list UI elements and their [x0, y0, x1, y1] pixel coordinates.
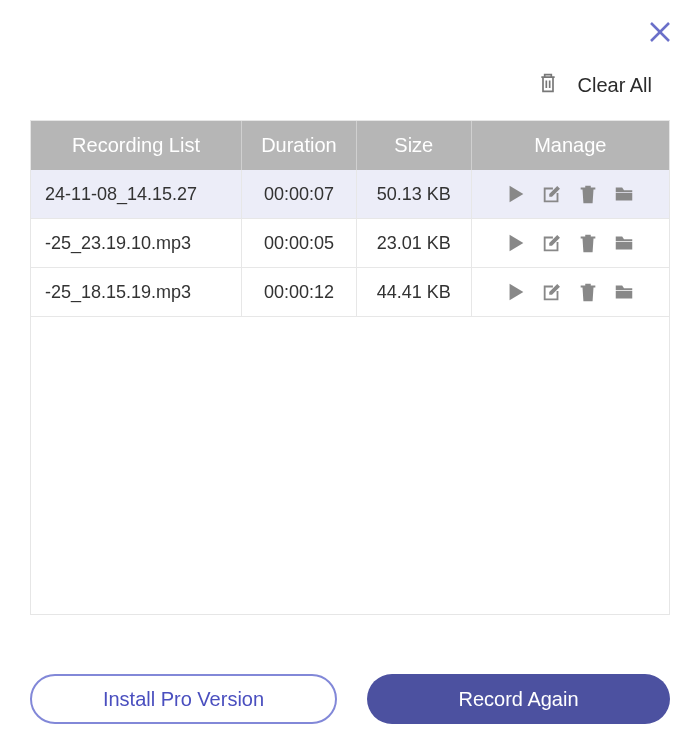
install-pro-button[interactable]: Install Pro Version [30, 674, 337, 724]
table-row[interactable]: -25_18.15.19.mp300:00:1244.41 KB [31, 268, 669, 317]
play-icon[interactable] [505, 232, 527, 254]
cell-size: 50.13 KB [356, 170, 471, 219]
folder-icon[interactable] [613, 232, 635, 254]
cell-size: 23.01 KB [356, 219, 471, 268]
cell-duration: 00:00:07 [242, 170, 357, 219]
cell-size: 44.41 KB [356, 268, 471, 317]
record-again-button[interactable]: Record Again [367, 674, 670, 724]
edit-icon[interactable] [541, 183, 563, 205]
recording-panel: Recording List Duration Size Manage 24-1… [30, 120, 670, 615]
col-header-duration: Duration [242, 121, 357, 170]
edit-icon[interactable] [541, 281, 563, 303]
delete-icon[interactable] [577, 232, 599, 254]
col-header-manage: Manage [471, 121, 669, 170]
cell-name: -25_18.15.19.mp3 [31, 268, 242, 317]
play-icon[interactable] [505, 183, 527, 205]
col-header-size: Size [356, 121, 471, 170]
cell-name: 24-11-08_14.15.27 [31, 170, 242, 219]
delete-icon[interactable] [577, 183, 599, 205]
cell-duration: 00:00:12 [242, 268, 357, 317]
trash-icon [538, 72, 558, 98]
close-icon [648, 30, 672, 47]
play-icon[interactable] [505, 281, 527, 303]
cell-name: -25_23.19.10.mp3 [31, 219, 242, 268]
delete-icon[interactable] [577, 281, 599, 303]
cell-duration: 00:00:05 [242, 219, 357, 268]
edit-icon[interactable] [541, 232, 563, 254]
clear-all-button[interactable]: Clear All [578, 74, 652, 97]
col-header-name: Recording List [31, 121, 242, 170]
recording-table: Recording List Duration Size Manage 24-1… [31, 121, 669, 317]
table-row[interactable]: -25_23.19.10.mp300:00:0523.01 KB [31, 219, 669, 268]
table-row[interactable]: 24-11-08_14.15.2700:00:0750.13 KB [31, 170, 669, 219]
folder-icon[interactable] [613, 183, 635, 205]
cell-manage [471, 170, 669, 219]
cell-manage [471, 219, 669, 268]
folder-icon[interactable] [613, 281, 635, 303]
cell-manage [471, 268, 669, 317]
close-button[interactable] [648, 20, 672, 48]
